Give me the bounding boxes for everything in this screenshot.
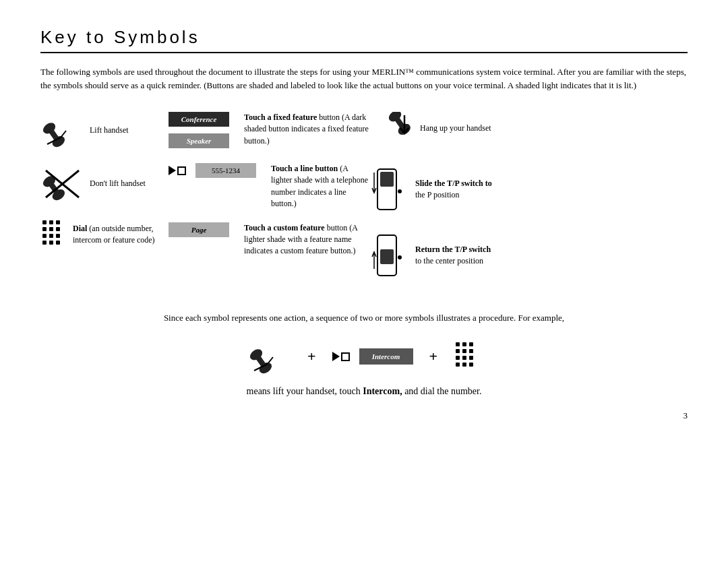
conference-row: Conference Speaker Touch a fixed feature… (169, 112, 371, 151)
return-tp-text: Return the T/P switch to the center posi… (415, 244, 491, 268)
lift-handset-row: Lift handset (40, 112, 169, 149)
dont-lift-icon (40, 165, 84, 202)
custom-button-row: Page Touch a custom feature button (A li… (169, 222, 371, 257)
slide-tp-text: Slide the T/P switch to the P position (415, 178, 492, 201)
line-btn-col: 555-1234 (169, 163, 256, 178)
svg-rect-18 (56, 234, 60, 238)
svg-rect-20 (49, 241, 53, 245)
dial-label: Dial (an outside number, intercom or fea… (73, 223, 169, 247)
page-btn-col: Page (169, 222, 229, 237)
svg-rect-42 (469, 342, 473, 346)
touch-line-bold: Touch a line button (271, 164, 338, 173)
dial-icon (40, 218, 67, 251)
bottom-text: means lift your handset, touch Intercom,… (40, 386, 688, 397)
svg-rect-51 (469, 363, 473, 367)
intro-paragraph: The following symbols are used throughou… (40, 65, 688, 92)
touch-custom-bold: Touch a custom feature (244, 223, 325, 232)
triangle-icon (169, 166, 176, 175)
page-button: Page (169, 222, 229, 237)
svg-rect-43 (456, 349, 460, 353)
svg-line-4 (61, 131, 66, 137)
hangup-row: Hang up your handset (371, 112, 566, 146)
example-row: + Intercom + (40, 338, 688, 375)
intercom-button: Intercom (359, 348, 413, 365)
page-number: 3 (40, 410, 688, 421)
svg-line-39 (268, 357, 273, 364)
example-triangle-icon (332, 352, 340, 361)
col1: Lift handset Don't lift handset (40, 112, 169, 267)
example-sentence: Since each symbol represents one action,… (40, 311, 688, 325)
svg-point-28 (398, 189, 402, 193)
svg-rect-10 (42, 220, 47, 224)
svg-rect-31 (380, 249, 394, 264)
slide-tp-row: Slide the T/P switch to the P position (371, 166, 566, 213)
svg-rect-14 (49, 227, 53, 231)
lift-handset-icon (40, 112, 84, 149)
svg-point-32 (398, 255, 402, 259)
page-title: Key to Symbols (40, 27, 688, 53)
svg-rect-21 (56, 241, 60, 245)
svg-rect-40 (456, 342, 460, 346)
svg-rect-46 (456, 356, 460, 360)
example-play-icon (332, 352, 350, 361)
slide-tp-bold: Slide the T/P switch to (415, 179, 492, 188)
slide-tp-desc: the P position (415, 190, 460, 199)
intercom-bold-ref: Intercom, (363, 386, 402, 396)
touch-fixed-desc: Touch a fixed feature button (A dark sha… (244, 112, 371, 147)
svg-rect-13 (42, 227, 47, 231)
hangup-label: Hang up your handset (420, 123, 491, 134)
tp-switch-center-icon (371, 232, 403, 279)
dial-row: Dial (an outside number, intercom or fea… (40, 218, 169, 251)
svg-rect-12 (56, 220, 60, 224)
dont-lift-label: Don't lift handset (90, 178, 146, 189)
svg-rect-45 (469, 349, 473, 353)
return-tp-desc: to the center position (415, 256, 483, 265)
svg-rect-19 (42, 241, 47, 245)
bottom-text-end: and dial the number. (402, 386, 482, 396)
plus-sign-2: + (429, 348, 438, 365)
svg-rect-47 (462, 356, 466, 360)
return-tp-row: Return the T/P switch to the center posi… (371, 232, 566, 279)
svg-rect-49 (456, 363, 460, 367)
bottom-text-start: means lift your handset, touch (247, 386, 363, 396)
svg-rect-16 (42, 234, 47, 238)
svg-rect-15 (56, 227, 60, 231)
return-tp-bold: Return the T/P switch (415, 245, 491, 254)
example-square-icon (341, 352, 350, 361)
lift-handset-label: Lift handset (90, 125, 129, 136)
symbols-section: Lift handset Don't lift handset (40, 112, 688, 295)
col3: Hang up your handset Slide the T/P swi (371, 112, 566, 295)
dont-lift-row: Don't lift handset (40, 165, 169, 202)
svg-rect-48 (469, 356, 473, 360)
buttons-col: Conference Speaker (169, 112, 229, 151)
svg-rect-41 (462, 342, 466, 346)
number-button: 555-1234 (195, 163, 256, 178)
col2: Conference Speaker Touch a fixed feature… (169, 112, 371, 274)
example-lift-icon (247, 338, 291, 375)
touch-fixed-bold: Touch a fixed feature (244, 113, 317, 122)
example-dial-icon (454, 340, 481, 373)
hangup-icon (371, 112, 415, 146)
square-icon (177, 166, 186, 175)
speaker-button: Speaker (169, 133, 229, 148)
svg-rect-44 (462, 349, 466, 353)
tp-switch-up-icon (371, 166, 403, 213)
svg-rect-50 (462, 363, 466, 367)
conference-button: Conference (169, 112, 229, 127)
plus-sign-1: + (307, 348, 316, 365)
touch-custom-desc: Touch a custom feature button (A lighter… (244, 222, 371, 257)
svg-rect-17 (49, 234, 53, 238)
line-button-row: 555-1234 Touch a line button (A lighter … (169, 163, 371, 210)
play-icon (169, 166, 186, 175)
touch-line-desc: Touch a line button (A lighter shade wit… (271, 163, 371, 210)
dial-bold: Dial (73, 224, 87, 233)
svg-rect-11 (49, 220, 53, 224)
example-intercom-group: Intercom (332, 348, 413, 365)
svg-rect-27 (380, 172, 394, 187)
